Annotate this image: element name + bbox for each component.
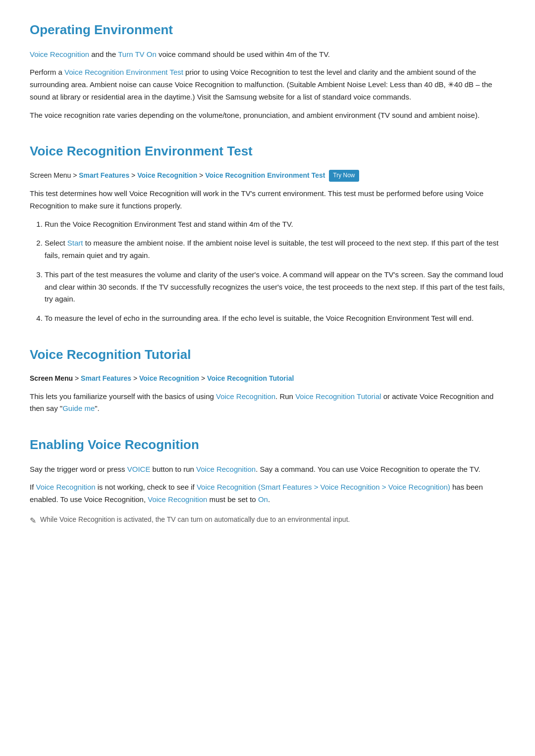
environment-test-step-4: To measure the level of echo in the surr…	[45, 312, 505, 325]
breadcrumb-tutorial: Screen Menu > Smart Features > Voice Rec…	[30, 373, 505, 384]
enabling-voice-recognition-title: Enabling Voice Recognition	[30, 435, 505, 455]
enabling-para2: If Voice Recognition is not working, che…	[30, 481, 505, 506]
voice-recognition-tutorial-title: Voice Recognition Tutorial	[30, 345, 505, 365]
breadcrumb-voice-recognition-tutorial[interactable]: Voice Recognition Tutorial	[207, 374, 294, 382]
voice-link[interactable]: VOICE	[127, 465, 151, 473]
breadcrumb-voice-recognition-1[interactable]: Voice Recognition	[137, 171, 197, 179]
operating-environment-para2: Perform a Voice Recognition Environment …	[30, 66, 505, 103]
environment-test-steps: Run the Voice Recognition Environment Te…	[45, 218, 505, 325]
pencil-icon: ✎	[30, 514, 36, 527]
environment-test-intro: This test determines how well Voice Reco…	[30, 188, 505, 212]
tutorial-paragraph: This lets you familiarize yourself with …	[30, 391, 505, 415]
breadcrumb-smart-features-1[interactable]: Smart Features	[79, 171, 129, 179]
voice-recognition-link-enable[interactable]: Voice Recognition	[196, 465, 256, 473]
guide-me-link[interactable]: Guide me	[62, 404, 95, 412]
environment-test-step-3: This part of the test measures the volum…	[45, 269, 505, 305]
voice-recognition-tutorial-link[interactable]: Voice Recognition Tutorial	[295, 392, 381, 401]
note-text: While Voice Recognition is activated, th…	[40, 514, 350, 525]
voice-recognition-smart-features-link[interactable]: Voice Recognition (Smart Features > Voic…	[197, 483, 450, 491]
try-now-badge[interactable]: Try Now	[329, 170, 359, 182]
voice-recognition-environment-test-title: Voice Recognition Environment Test	[30, 141, 505, 162]
voice-recognition-link-must[interactable]: Voice Recognition	[148, 495, 207, 504]
voice-recognition-environment-test-section: Voice Recognition Environment Test Scree…	[30, 141, 505, 325]
breadcrumb-voice-recognition-2[interactable]: Voice Recognition	[139, 374, 199, 382]
environment-test-step-1: Run the Voice Recognition Environment Te…	[45, 218, 505, 231]
operating-environment-section: Operating Environment Voice Recognition …	[30, 20, 505, 121]
operating-environment-para3: The voice recognition rate varies depend…	[30, 109, 505, 122]
on-link[interactable]: On	[258, 495, 268, 504]
enabling-voice-recognition-section: Enabling Voice Recognition Say the trigg…	[30, 435, 505, 527]
voice-recognition-link-tutorial[interactable]: Voice Recognition	[216, 392, 275, 401]
operating-environment-title: Operating Environment	[30, 20, 505, 41]
breadcrumb-environment-test: Screen Menu > Smart Features > Voice Rec…	[30, 170, 505, 182]
turn-tv-on-link[interactable]: Turn TV On	[118, 50, 157, 58]
breadcrumb-voice-recognition-environment-test[interactable]: Voice Recognition Environment Test	[205, 171, 325, 179]
voice-recognition-link-check[interactable]: Voice Recognition	[36, 483, 96, 491]
breadcrumb-smart-features-2[interactable]: Smart Features	[81, 374, 131, 382]
voice-recognition-tutorial-section: Voice Recognition Tutorial Screen Menu >…	[30, 345, 505, 415]
voice-recognition-environment-test-link-1[interactable]: Voice Recognition Environment Test	[64, 68, 183, 76]
enabling-para1: Say the trigger word or press VOICE butt…	[30, 463, 505, 476]
environment-test-step-2: Select Start to measure the ambient nois…	[45, 237, 505, 262]
voice-recognition-link-1[interactable]: Voice Recognition	[30, 50, 89, 58]
operating-environment-para1: Voice Recognition and the Turn TV On voi…	[30, 49, 505, 61]
start-link[interactable]: Start	[67, 239, 83, 247]
note-container: ✎ While Voice Recognition is activated, …	[30, 514, 505, 527]
